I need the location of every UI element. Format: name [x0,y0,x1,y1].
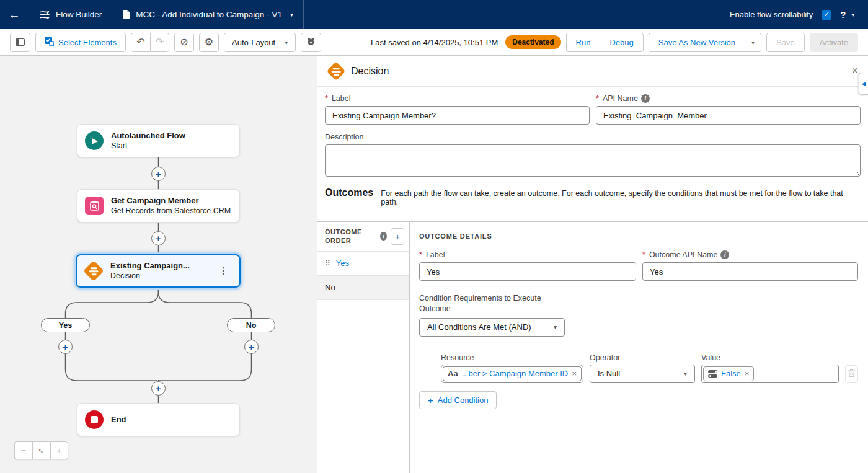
outcome-item-yes[interactable]: ⠿ Yes [317,252,409,276]
activate-button[interactable]: Activate [810,33,858,52]
debug-button[interactable]: Debug [600,33,643,52]
toolbar: Select Elements ↶ ↷ ⊘ ⚙ Auto-Layout ▾ La… [0,29,868,56]
outcome-details: OUTCOME DETAILS *Label *Outcome API Name… [410,222,868,473]
api-name-input[interactable] [596,106,861,125]
condition-requirements-select[interactable]: All Conditions Are Met (AND) ▾ [419,318,565,337]
flow-title: MCC - Add Individual to Campaign - V1 [136,10,282,19]
remove-value-icon[interactable]: × [745,369,750,378]
flow-builder-app: ← Flow Builder MCC - Add Individual to C… [0,0,868,473]
outcome-item-label: No [325,283,335,292]
operator-field-group: Operator Is Null ▾ [590,353,695,383]
select-elements-button[interactable]: Select Elements [35,33,126,52]
layout-select[interactable]: Auto-Layout ▾ [224,33,296,52]
outcomes-heading-row: Outcomes For each path the flow can take… [325,187,861,214]
node-title: Get Campaign Member [111,195,231,206]
panel-header: Decision × ◀ [317,56,868,87]
value-pill: False × [703,366,754,381]
back-button[interactable]: ← [0,0,29,29]
required-asterisk: * [419,250,422,259]
redo-button[interactable]: ↷ [150,33,169,52]
required-asterisk: * [596,94,599,103]
run-button[interactable]: Run [566,33,600,52]
add-element-button[interactable]: + [151,231,166,245]
label-input[interactable] [325,106,590,125]
value-label: Value [701,353,839,362]
canvas-view-button[interactable] [301,33,321,52]
condition-requirements-value: All Conditions Are Met (AND) [427,322,531,332]
info-icon[interactable]: i [380,232,387,241]
value-combobox[interactable]: False × [701,365,839,383]
chevron-down-icon: ▾ [290,11,293,18]
fit-view-button[interactable]: ↔ [32,441,50,459]
node-end[interactable]: End [77,403,240,436]
add-element-button[interactable]: + [151,381,166,396]
node-menu-button[interactable]: ⋮ [215,264,232,278]
resource-combobox[interactable]: Aa ...ber > Campaign Member ID × [441,365,583,383]
drag-handle-icon[interactable]: ⠿ [325,259,330,268]
scrollability-checkbox[interactable]: ✓ [822,10,831,20]
add-element-button[interactable]: + [58,340,73,354]
help-menu[interactable]: ? ▾ [840,9,854,20]
condition-requirements-label: Condition Requirements to Execute Outcom… [419,293,574,314]
save-as-group: Save As New Version ▾ [649,33,761,52]
panel-toggle-icon [16,38,25,46]
info-icon[interactable]: i [720,250,729,259]
add-element-button[interactable]: + [244,340,259,354]
outcome-api-input[interactable] [642,262,858,281]
trash-icon [848,369,856,379]
app-name: Flow Builder [56,10,102,19]
add-element-button[interactable]: + [151,167,166,181]
add-condition-button[interactable]: + Add Condition [419,391,497,409]
zoom-out-button[interactable]: − [14,441,32,459]
outcome-label-input[interactable] [419,262,636,281]
nav-right: Enable flow scrollability ✓ ? ▾ [730,0,868,29]
disable-elements-button[interactable]: ⊘ [174,33,193,52]
flow-title-menu[interactable]: MCC - Add Individual to Campaign - V1 ▾ [112,0,304,29]
check-icon: ✓ [824,11,830,19]
add-condition-label: Add Condition [438,396,489,405]
delete-condition-button[interactable] [845,365,858,383]
operator-label: Operator [590,353,695,362]
save-as-new-version-button[interactable]: Save As New Version [649,33,745,52]
plus-icon: + [249,342,254,351]
flow-canvas[interactable]: ▶ Autolaunched Flow Start + Get Campaign… [0,56,317,473]
zoom-in-button[interactable]: + [50,441,68,459]
plus-icon: + [156,234,161,243]
info-icon[interactable]: i [641,94,650,103]
toggle-toolbox-button[interactable] [10,33,30,52]
save-button[interactable]: Save [766,33,805,52]
undo-redo-group: ↶ ↷ [131,33,169,52]
select-elements-icon [45,37,54,48]
node-get-campaign-member[interactable]: Get Campaign Member Get Records from Sal… [77,189,240,223]
outcomes-section: OUTCOME ORDER i + ⠿ Yes No OUTCOME DETAI… [317,221,868,473]
remove-resource-icon[interactable]: × [572,369,577,378]
expand-panel-handle[interactable]: ◀ [859,73,868,95]
node-text: Autolaunched Flow Start [111,130,185,151]
branch-label-no: No [227,318,275,332]
node-decision[interactable]: Existing Campaign... Decision ⋮ [76,254,241,288]
description-textarea[interactable] [325,144,861,177]
add-outcome-button[interactable]: + [391,228,404,245]
help-icon: ? [840,9,846,20]
outcome-item-no[interactable]: No [317,276,409,300]
save-as-caret-button[interactable]: ▾ [745,33,761,52]
outcome-details-heading: OUTCOME DETAILS [419,232,858,240]
operator-select[interactable]: Is Null ▾ [590,365,695,383]
decision-icon [83,260,104,281]
boolean-type-icon [708,370,717,378]
chevron-left-icon: ◀ [862,81,866,87]
close-panel-button[interactable]: × [851,64,858,77]
undo-button[interactable]: ↶ [131,33,150,52]
chevron-down-icon: ▾ [751,39,755,46]
node-subtitle: Start [111,141,185,151]
chevron-down-icon: ▾ [851,12,854,18]
plus-icon: + [56,445,62,456]
flow-settings-button[interactable]: ⚙ [199,33,219,52]
node-start[interactable]: ▶ Autolaunched Flow Start [77,124,240,157]
outcome-label-field-group: *Label [419,250,636,281]
last-saved-text: Last saved on 4/14/2025, 10:51 PM [371,38,498,47]
top-nav: ← Flow Builder MCC - Add Individual to C… [0,0,868,29]
label-field-label: *Label [325,94,590,103]
condition-row: Resource Aa ...ber > Campaign Member ID … [441,353,858,383]
app-brand: Flow Builder [29,0,112,29]
